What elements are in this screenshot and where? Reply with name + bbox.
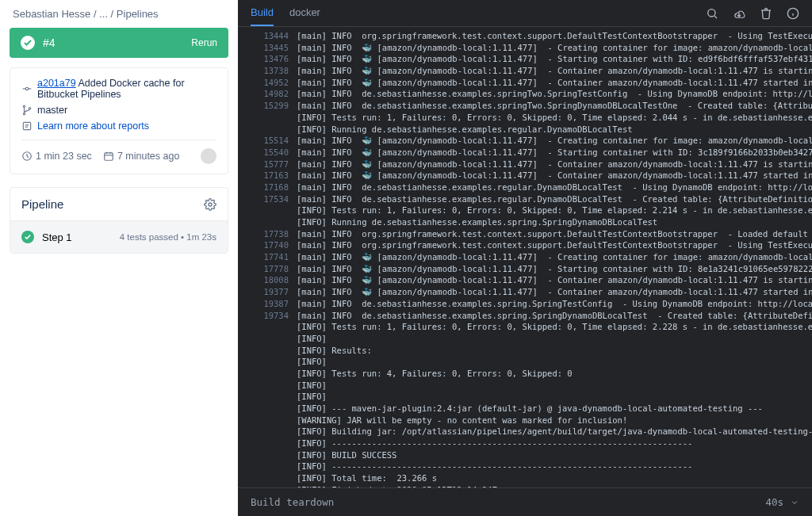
breadcrumb-owner[interactable]: Sebastian Hesse [13,8,90,20]
gear-icon[interactable] [204,198,216,211]
svg-point-0 [25,87,29,90]
log-line: 15299[main] INFO de.sebastianhesse.examp… [238,100,812,112]
run-duration: 1 min 23 sec [36,151,92,162]
svg-rect-10 [105,153,113,160]
success-icon [21,36,35,50]
meta-card: a201a79 Added Docker cache for Bitbucket… [10,67,228,174]
run-age: 7 minutes ago [117,151,180,162]
log-line: 13738[main] INFO 🐳 [amazon/dynamodb-loca… [238,65,812,77]
log-line: [INFO] Results: [238,345,812,357]
log-line: 17163[main] INFO 🐳 [amazon/dynamodb-loca… [238,170,812,182]
log-line: 18008[main] INFO 🐳 [amazon/dynamodb-loca… [238,274,812,286]
log-line: [INFO] ---------------------------------… [238,461,812,472]
log-line: 17738[main] INFO org.springframework.tes… [238,228,812,240]
log-line: [INFO] [238,380,812,392]
log-line: [INFO] [238,356,812,368]
info-icon[interactable] [787,7,799,20]
log-line: 19387[main] INFO de.sebastianhesse.examp… [238,298,812,310]
svg-point-5 [29,108,30,109]
tab-build[interactable]: Build [251,0,274,26]
reports-icon [21,120,33,132]
branch-name[interactable]: master [37,105,67,116]
step-tests: 4 tests passed [120,232,178,242]
log-line: [INFO] BUILD SUCCESS [238,449,812,461]
tab-docker[interactable]: docker [289,0,320,26]
log-line: [INFO] --- maven-jar-plugin:2.4:jar (def… [238,403,812,415]
log-line: [INFO] Tests run: 4, Failures: 0, Errors… [238,368,812,380]
teardown-row[interactable]: Build teardown 40s [238,487,812,516]
log-line: 13444[main] INFO org.springframework.tes… [238,30,812,42]
log-line: 15514[main] INFO 🐳 [amazon/dynamodb-loca… [238,135,812,147]
log-line: 19377[main] INFO 🐳 [amazon/dynamodb-loca… [238,286,812,298]
breadcrumb-page[interactable]: Pipelines [117,8,159,20]
log-line: 13476[main] INFO 🐳 [amazon/dynamodb-loca… [238,53,812,65]
divider [21,140,216,140]
breadcrumb: Sebastian Hesse / ... / Pipelines [0,0,238,28]
clock-icon [21,151,33,162]
pipeline-card: Pipeline Step 1 4 tests passed • 1m 23s [10,187,228,254]
log-line: 17741[main] INFO 🐳 [amazon/dynamodb-loca… [238,251,812,263]
success-icon [21,231,34,243]
log-line: [INFO] Tests run: 1, Failures: 0, Errors… [238,204,812,216]
log-line: 17740[main] INFO org.springframework.tes… [238,239,812,251]
log-output[interactable]: 13444[main] INFO org.springframework.tes… [238,27,812,487]
chevron-down-icon [790,498,799,507]
log-line: [INFO] ---------------------------------… [238,438,812,449]
main-panel: Build docker 13444[main] INFO org.spring… [238,0,812,516]
pipeline-title: Pipeline [21,197,63,211]
log-line: 14982[main] INFO de.sebastianhesse.examp… [238,88,812,100]
rerun-button[interactable]: Rerun [191,37,217,48]
svg-point-15 [708,9,715,16]
svg-point-4 [23,113,25,115]
svg-point-3 [23,105,25,107]
log-line: [WARNING] JAR will be empty - no content… [238,415,812,426]
log-line: [INFO] Running de.sebastianhesse.example… [238,216,812,228]
teardown-label: Build teardown [251,496,334,508]
log-line: [INFO] [238,391,812,403]
run-number: #4 [43,36,56,49]
breadcrumb-ellipsis[interactable]: ... [99,8,108,20]
log-line: [INFO] Building jar: /opt/atlassian/pipe… [238,426,812,438]
tab-bar: Build docker [238,0,812,27]
branch-icon [21,105,33,116]
log-line: 15777[main] INFO 🐳 [amazon/dynamodb-loca… [238,159,812,170]
log-line: [INFO] Tests run: 1, Failures: 0, Errors… [238,321,812,333]
search-icon[interactable] [706,7,718,20]
svg-line-16 [714,16,717,18]
step-row[interactable]: Step 1 4 tests passed • 1m 23s [10,220,228,253]
svg-point-14 [209,203,212,206]
reports-link[interactable]: Learn more about reports [37,120,149,132]
teardown-time: 40s [765,496,783,508]
log-line: 15540[main] INFO 🐳 [amazon/dynamodb-loca… [238,147,812,159]
commit-icon [21,83,33,94]
log-line: [INFO] Total time: 23.266 s [238,472,812,484]
step-duration: 1m 23s [186,232,216,242]
commit-hash[interactable]: a201a79 [37,78,76,89]
run-header: #4 Rerun [10,28,228,58]
calendar-icon [103,151,114,162]
log-line: 17778[main] INFO 🐳 [amazon/dynamodb-loca… [238,263,812,275]
download-icon[interactable] [733,7,745,20]
trash-icon[interactable] [760,7,772,20]
log-line: 14952[main] INFO 🐳 [amazon/dynamodb-loca… [238,77,812,89]
log-line: [INFO] [238,333,812,345]
log-line: [INFO] Running de.sebastianhesse.example… [238,124,812,136]
log-line: 13445[main] INFO 🐳 [amazon/dynamodb-loca… [238,42,812,54]
svg-rect-6 [23,122,30,129]
breadcrumb-sep: / [111,8,117,20]
log-line: 17534[main] INFO de.sebastianhesse.examp… [238,193,812,205]
log-line: 17168[main] INFO de.sebastianhesse.examp… [238,182,812,193]
sidebar: Sebastian Hesse / ... / Pipelines #4 Rer… [0,0,238,516]
log-line: 19734[main] INFO de.sebastianhesse.examp… [238,310,812,322]
log-line: [INFO] Tests run: 1, Failures: 0, Errors… [238,112,812,124]
avatar[interactable] [201,148,216,164]
step-name: Step 1 [42,231,72,243]
